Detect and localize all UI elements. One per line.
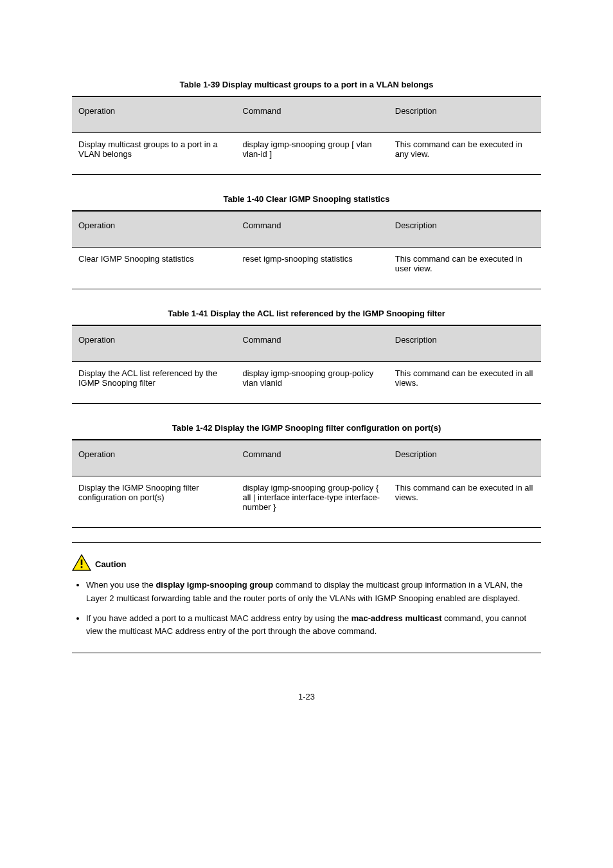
cell-description: This command can be executed in all view… — [389, 362, 541, 404]
config-table-4: Operation Command Description Display th… — [72, 439, 541, 528]
th-operation: Operation — [72, 96, 236, 133]
th-description: Description — [389, 325, 541, 362]
svg-rect-1 — [81, 559, 83, 565]
th-command: Command — [236, 211, 389, 248]
table-row: Clear IGMP Snooping statistics reset igm… — [72, 248, 541, 289]
config-table-3: Operation Command Description Display th… — [72, 325, 541, 404]
caution-item-2: If you have added a port to a multicast … — [86, 612, 541, 639]
cell-description: This command can be executed in all view… — [389, 476, 541, 528]
cell-command: reset igmp-snooping statistics — [236, 248, 389, 289]
th-operation: Operation — [72, 325, 236, 362]
table-title-1: Table 1-39 Display multicast groups to a… — [72, 80, 541, 89]
svg-rect-2 — [81, 566, 83, 568]
th-operation: Operation — [72, 211, 236, 248]
page-number: 1-23 — [72, 692, 541, 701]
table-row: Display the IGMP Snooping filter configu… — [72, 476, 541, 528]
divider — [72, 542, 541, 543]
table-title-4: Table 1-42 Display the IGMP Snooping fil… — [72, 423, 541, 433]
table-title-3: Table 1-41 Display the ACL list referenc… — [72, 309, 541, 318]
th-command: Command — [236, 96, 389, 133]
caution-header: Caution — [72, 554, 541, 574]
cell-operation: Clear IGMP Snooping statistics — [72, 248, 236, 289]
cell-command: display igmp-snooping group [ vlan vlan-… — [236, 133, 389, 175]
divider — [72, 653, 541, 653]
table-title-2: Table 1-40 Clear IGMP Snooping statistic… — [72, 194, 541, 204]
th-description: Description — [389, 440, 541, 476]
cell-operation: Display the ACL list referenced by the I… — [72, 362, 236, 404]
th-operation: Operation — [72, 440, 236, 476]
cell-description: This command can be executed in any view… — [389, 133, 541, 175]
th-command: Command — [236, 440, 389, 476]
cell-command: display igmp-snooping group-policy { all… — [236, 476, 389, 528]
cell-description: This command can be executed in user vie… — [389, 248, 541, 289]
th-description: Description — [389, 96, 541, 133]
config-table-1: Operation Command Description Display mu… — [72, 96, 541, 175]
table-row: Display multicast groups to a port in a … — [72, 133, 541, 175]
config-table-2: Operation Command Description Clear IGMP… — [72, 210, 541, 289]
caution-item-1: When you use the display igmp-snooping g… — [86, 579, 541, 606]
caution-label: Caution — [95, 559, 126, 569]
table-row: Display the ACL list referenced by the I… — [72, 362, 541, 404]
caution-list: When you use the display igmp-snooping g… — [72, 579, 541, 638]
caution-block: Caution When you use the display igmp-sn… — [72, 542, 541, 653]
cell-operation: Display multicast groups to a port in a … — [72, 133, 236, 175]
cell-command: display igmp-snooping group-policy vlan … — [236, 362, 389, 404]
th-description: Description — [389, 211, 541, 248]
caution-icon — [72, 554, 91, 574]
document-page: Table 1-39 Display multicast groups to a… — [0, 0, 613, 727]
th-command: Command — [236, 325, 389, 362]
cell-operation: Display the IGMP Snooping filter configu… — [72, 476, 236, 528]
